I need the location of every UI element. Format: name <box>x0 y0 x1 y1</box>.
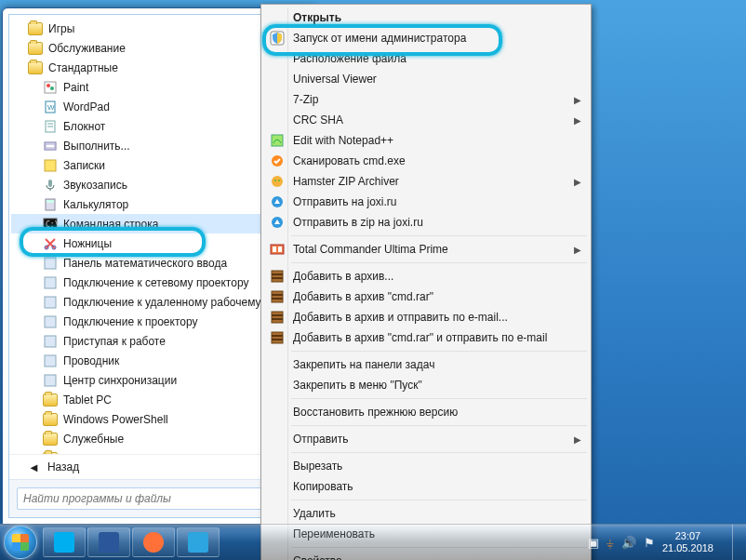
taskbar-button-firefox[interactable] <box>132 527 175 557</box>
context-menu-item[interactable]: Восстановить прежнюю версию <box>263 402 589 422</box>
start-button[interactable] <box>4 526 37 559</box>
context-menu-item[interactable]: Edit with Notepad++ <box>263 130 589 151</box>
item-label: Paint <box>63 81 88 94</box>
joxi-icon <box>269 214 286 231</box>
item-label: Блокнот <box>63 120 105 133</box>
tray-flag-icon[interactable]: ⚑ <box>644 536 655 550</box>
menu-item-label: Открыть <box>293 11 341 24</box>
context-menu-item[interactable]: Total Commander Ultima Prime▶ <box>263 239 589 260</box>
rdp-icon <box>43 295 58 310</box>
context-menu-item[interactable]: Удалить <box>263 503 589 524</box>
context-menu-item[interactable]: Добавить в архив и отправить по e-mail..… <box>263 307 589 327</box>
npp-icon <box>269 132 286 149</box>
context-menu-item[interactable]: Копировать <box>263 476 589 497</box>
item-label: WordPad <box>63 100 110 113</box>
tray-network-icon[interactable]: ▣ <box>588 536 599 550</box>
context-menu-item[interactable]: Hamster ZIP Archiver▶ <box>263 171 589 192</box>
submenu-arrow-icon: ▶ <box>574 115 581 126</box>
item-label: Служебные <box>63 433 124 446</box>
submenu-arrow-icon: ▶ <box>574 177 581 187</box>
system-tray[interactable]: ▣ ⏚ 🔊 ⚑ 23:07 21.05.2018 <box>588 525 742 560</box>
menu-item-label: Добавить в архив "cmd.rar" и отправить п… <box>293 331 547 344</box>
context-menu-item[interactable]: Отправить на joxi.ru <box>263 192 589 212</box>
item-label: Tablet PC <box>63 393 112 407</box>
context-menu-item[interactable]: Добавить в архив "cmd.rar" <box>263 287 589 307</box>
paint-icon <box>43 80 58 95</box>
clock-time: 23:07 <box>662 530 713 542</box>
context-menu-item[interactable]: Отправить в zip на joxi.ru <box>263 212 589 233</box>
context-menu-separator <box>291 500 587 500</box>
menu-item-label: Отправить <box>293 433 349 446</box>
item-label: Приступая к работе <box>63 335 166 348</box>
tc-icon <box>269 241 286 258</box>
taskbar-clock[interactable]: 23:07 21.05.2018 <box>662 530 713 554</box>
context-menu-item[interactable]: 7-Zip▶ <box>263 89 589 110</box>
word-icon <box>99 532 119 553</box>
rar-icon <box>269 329 286 346</box>
submenu-arrow-icon: ▶ <box>574 434 581 445</box>
context-menu-item[interactable]: Закрепить на панели задач <box>263 354 589 375</box>
back-arrow-icon: ◄ <box>28 460 40 474</box>
skype-icon <box>54 532 74 553</box>
menu-item-label: Вырезать <box>293 460 342 473</box>
item-label: Подключение к удаленному рабочему с <box>63 296 270 309</box>
menu-item-label: Сканировать cmd.exe <box>293 154 406 167</box>
item-label: Калькулятор <box>63 198 128 211</box>
context-menu-item[interactable]: Добавить в архив "cmd.rar" и отправить п… <box>263 327 589 348</box>
menu-item-label: Добавить в архив "cmd.rar" <box>293 290 433 303</box>
menu-item-label: Edit with Notepad++ <box>293 134 393 147</box>
item-label: Windows PowerShell <box>63 413 168 426</box>
context-menu-separator <box>291 235 587 236</box>
sync-icon <box>43 373 58 388</box>
context-menu-separator <box>291 262 587 263</box>
item-label: Панель математического ввода <box>63 257 227 270</box>
tray-sound-icon[interactable]: 🔊 <box>621 536 636 550</box>
context-menu-item[interactable]: Добавить в архив... <box>263 266 589 287</box>
context-menu-item[interactable]: Закрепить в меню "Пуск" <box>263 375 589 395</box>
menu-item-label: Расположение файла <box>293 52 406 65</box>
context-menu-item[interactable]: Отправить▶ <box>263 429 589 449</box>
folder-icon <box>28 60 43 75</box>
menu-item-label: 7-Zip <box>293 93 318 106</box>
folder-icon <box>28 21 43 36</box>
menu-item-label: Отправить в zip на joxi.ru <box>293 216 423 229</box>
item-label: Центр синхронизации <box>63 374 177 387</box>
taskbar-button-word[interactable] <box>87 527 130 557</box>
taskbar-button-telegram[interactable] <box>177 527 220 557</box>
show-desktop-button[interactable] <box>732 525 742 560</box>
taskbar: ▣ ⏚ 🔊 ⚑ 23:07 21.05.2018 <box>0 524 746 560</box>
context-menu-item[interactable]: Вырезать <box>263 456 589 476</box>
item-label: Обслуживание <box>48 42 126 55</box>
calc-icon <box>43 197 58 212</box>
back-label: Назад <box>47 460 79 473</box>
item-label: Проводник <box>63 354 119 367</box>
menu-item-label: Добавить в архив... <box>293 270 393 283</box>
rar-icon <box>269 268 286 285</box>
folder-icon <box>43 393 58 407</box>
context-menu-item[interactable]: Сканировать cmd.exe <box>263 151 589 171</box>
context-menu-item[interactable]: CRC SHA▶ <box>263 110 589 130</box>
run-icon <box>43 139 58 153</box>
context-menu-item[interactable]: Открыть <box>263 7 589 28</box>
context-menu: ОткрытьЗапуск от имени администратораРас… <box>260 4 592 560</box>
proj-icon <box>43 314 58 329</box>
avast-icon <box>269 153 286 169</box>
context-menu-item[interactable]: Universal Viewer <box>263 69 589 89</box>
item-label: Выполнить... <box>63 140 130 153</box>
menu-item-label: Закрепить в меню "Пуск" <box>293 379 422 392</box>
notepad-icon <box>43 119 58 134</box>
telegram-icon <box>188 532 208 553</box>
menu-item-label: Копировать <box>293 480 353 493</box>
context-menu-item[interactable]: Расположение файла <box>263 48 589 69</box>
desktop: ИгрыОбслуживаниеСтандартныеPaintWordPadБ… <box>0 0 746 560</box>
taskbar-button-skype[interactable] <box>43 527 86 557</box>
rar-icon <box>269 309 286 326</box>
mic-icon <box>43 178 58 193</box>
item-label: Ножницы <box>63 237 112 250</box>
context-menu-item[interactable]: Запуск от имени администратора <box>263 28 589 48</box>
shield-icon <box>269 30 286 47</box>
tray-wifi-icon[interactable]: ⏚ <box>606 536 614 550</box>
context-menu-separator <box>291 398 587 399</box>
menu-item-label: Запуск от имени администратора <box>293 32 466 45</box>
sticky-icon <box>43 158 58 173</box>
